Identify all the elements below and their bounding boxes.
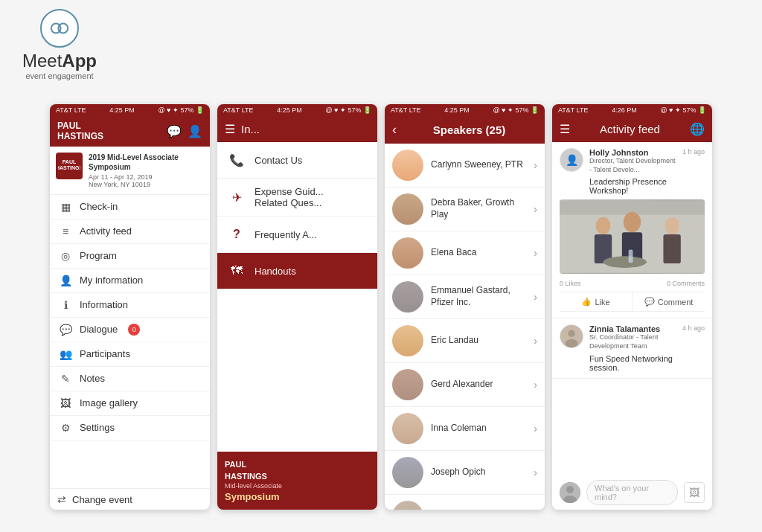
likes-count: 0 Likes — [560, 280, 581, 287]
nav-item-checkin[interactable]: ▦ Check-in — [50, 195, 210, 219]
faq-icon: ? — [226, 224, 247, 245]
logo-circle — [40, 9, 79, 48]
menu-item-contact[interactable]: 📞 Contact Us — [217, 142, 377, 179]
feed-actions: 👍 Like 💬 Comment — [560, 292, 705, 312]
signal-3: @ ♥ ✦ 57% 🔋 — [493, 106, 539, 114]
nav-item-gallery[interactable]: 🖼 Image gallery — [50, 391, 210, 416]
compose-avatar — [560, 482, 580, 503]
speaker-item[interactable]: Joseph Opich › — [385, 451, 545, 495]
phone1-header: PAULHASTINGS 💬 👤 — [50, 116, 210, 147]
chat-icon[interactable]: 💬 — [167, 124, 182, 138]
nav-item-information[interactable]: ℹ Information — [50, 293, 210, 318]
feed-compose: What's on your mind? 🖼 — [552, 475, 712, 510]
feed-meta: Holly Johnston Director, Talent Developm… — [589, 148, 676, 174]
nav-list: ▦ Check-in ≡ Activity feed ◎ Program 👤 M… — [50, 195, 210, 488]
svg-text:PAUL: PAUL — [63, 159, 77, 164]
change-event-label: Change event — [72, 494, 132, 505]
nav-item-myinfo[interactable]: 👤 My information — [50, 269, 210, 293]
chevron-icon: › — [534, 247, 537, 259]
nav-item-dialogue[interactable]: 💬 Dialogue 0 — [50, 318, 210, 342]
feed-item: 👤 Holly Johnston Director, Talent Develo… — [552, 142, 712, 318]
svg-text:HASTINGS: HASTINGS — [58, 165, 80, 170]
feed-post-text-2: Fun Speed Networking session. — [589, 354, 705, 372]
phone2-footer: PAULHASTINGS Mid-level Associate Symposi… — [217, 452, 377, 510]
phone4-header: ☰ Activity feed 🌐 — [552, 116, 712, 142]
activity-label: Activity feed — [80, 225, 132, 237]
nav-item-program[interactable]: ◎ Program — [50, 244, 210, 269]
speaker-photo — [392, 413, 423, 444]
footer-title: Symposium — [225, 491, 370, 502]
nav-item-notes[interactable]: ✎ Notes — [50, 367, 210, 391]
nav-item-activity[interactable]: ≡ Activity feed — [50, 219, 210, 244]
comment-button[interactable]: 💬 Comment — [633, 292, 705, 311]
speaker-item[interactable]: Eric Landau › — [385, 319, 545, 363]
nav-item-participants[interactable]: 👥 Participants — [50, 342, 210, 367]
speaker-item[interactable]: Elena Baca › — [385, 231, 545, 275]
user-icon[interactable]: 👤 — [188, 124, 202, 138]
menu-item-expense[interactable]: ✈ Expense Guid...Related Ques... — [217, 179, 377, 217]
feed-user-name-2: Zinnia Talamantes — [589, 324, 676, 333]
feed-stats: 0 Likes 0 Comments — [560, 277, 705, 290]
notes-icon: ✎ — [59, 373, 72, 385]
compose-input[interactable]: What's on your mind? — [586, 480, 678, 505]
speaker-item[interactable]: Joy Dowdle › — [385, 495, 545, 510]
speaker-name: Joseph Opich — [431, 467, 526, 478]
carrier-1: AT&T LTE — [56, 106, 86, 114]
footer-org: PAULHASTINGS — [225, 459, 370, 482]
event-info: 2019 Mid-Level Associate Symposium Apr 1… — [89, 153, 204, 188]
speaker-item[interactable]: Inna Coleman › — [385, 407, 545, 451]
phone1-footer[interactable]: ⇄ Change event — [50, 488, 210, 510]
nav-item-settings[interactable]: ⚙ Settings — [50, 416, 210, 440]
dialogue-label: Dialogue — [80, 324, 118, 335]
speaker-item[interactable]: Emmanuel Gastard,Pfizer Inc. › — [385, 275, 545, 319]
speaker-name: Eric Landau — [431, 335, 526, 347]
menu-item-handouts[interactable]: 🗺 Handouts — [217, 253, 377, 289]
expense-label: Expense Guid...Related Ques... — [254, 186, 324, 208]
phone-sidebar: AT&T LTE 4:25 PM @ ♥ ✦ 57% 🔋 PAULHASTING… — [50, 104, 210, 510]
speaker-name: Emmanuel Gastard,Pfizer Inc. — [431, 285, 526, 308]
like-button[interactable]: 👍 Like — [560, 292, 633, 311]
feed-list: 👤 Holly Johnston Director, Talent Develo… — [552, 142, 712, 475]
feed-image-content — [560, 199, 705, 274]
carrier-2: AT&T LTE — [223, 106, 254, 114]
comment-icon: 💬 — [644, 297, 655, 307]
hamburger-icon-2[interactable]: ☰ — [225, 122, 235, 136]
speaker-item[interactable]: Gerd Alexander › — [385, 363, 545, 407]
app-tagline: event engagement — [25, 71, 93, 80]
program-icon: ◎ — [59, 250, 72, 262]
hamburger-icon-4[interactable]: ☰ — [560, 122, 570, 136]
checkin-icon: ▦ — [59, 201, 72, 213]
feed-time-2: 4 h ago — [682, 324, 705, 332]
svg-point-1 — [58, 24, 68, 33]
signal-4: @ ♥ ✦ 57% 🔋 — [660, 106, 706, 114]
menu-item-faq[interactable]: ? Frequently A... — [217, 217, 377, 253]
menu-list: 📞 Contact Us ✈ Expense Guid...Related Qu… — [217, 142, 377, 297]
phone-speakers: AT&T LTE 4:25 PM @ ♥ ✦ 57% 🔋 ‹ Speakers … — [385, 104, 545, 510]
change-event-icon: ⇄ — [57, 493, 66, 505]
menu-item-speakers[interactable]: 🎤 Speakers — [217, 289, 377, 297]
feed-time: 1 h ago — [682, 148, 705, 156]
chevron-icon: › — [534, 423, 537, 435]
globe-icon[interactable]: 🌐 — [690, 122, 705, 136]
phone2-title: In... — [241, 123, 370, 135]
speaker-item[interactable]: Debra Baker, Growth Play › — [385, 188, 545, 231]
phone-menu: AT&T LTE 4:25 PM @ ♥ ✦ 57% 🔋 ☰ In... 📞 C… — [217, 104, 377, 510]
feed-user-role: Director, Talent Development - Talent De… — [589, 157, 676, 174]
speaker-photo — [392, 457, 423, 488]
speaker-photo — [392, 150, 423, 181]
svg-point-19 — [566, 486, 574, 493]
notes-label: Notes — [80, 373, 105, 384]
phones-container: AT&T LTE 4:25 PM @ ♥ ✦ 57% 🔋 PAULHASTING… — [7, 104, 755, 510]
compose-image-button[interactable]: 🖼 — [684, 482, 705, 503]
participants-icon: 👥 — [59, 348, 72, 360]
gallery-label: Image gallery — [80, 397, 138, 408]
speakers-list: Carlynn Sweeney, PTR › Debra Baker, Grow… — [385, 144, 545, 510]
handouts-icon: 🗺 — [226, 260, 247, 281]
feed-avatar-2 — [560, 324, 583, 348]
speaker-item[interactable]: Carlynn Sweeney, PTR › — [385, 144, 545, 188]
event-card[interactable]: PAUL HASTINGS 2019 Mid-Level Associate S… — [50, 147, 210, 195]
phone-activity: AT&T LTE 4:26 PM @ ♥ ✦ 57% 🔋 ☰ Activity … — [552, 104, 712, 510]
speaker-photo — [392, 193, 423, 225]
back-button[interactable]: ‹ — [392, 122, 397, 138]
speaker-photo — [392, 237, 423, 269]
